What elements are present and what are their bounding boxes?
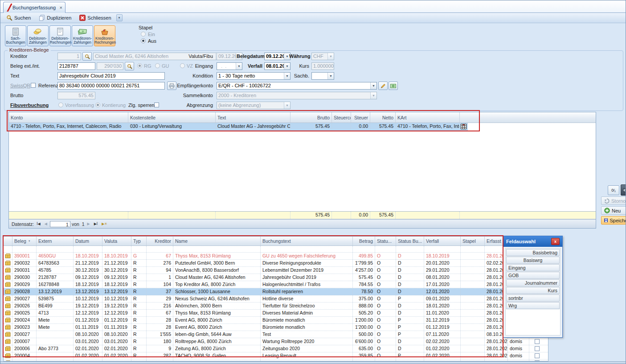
print-button[interactable] (167, 82, 176, 90)
mode-debitoren-rechnungen-button[interactable]: Debitoren- Rechnungen (49, 25, 71, 46)
header-cell[interactable]: Datum (74, 237, 102, 245)
header-cell[interactable]: Buchungstext (261, 237, 353, 245)
mode-sachbuchungen-button[interactable]: Sach- Buchungen (5, 25, 26, 46)
kontierung-radio[interactable] (95, 102, 100, 107)
header-cell[interactable]: Typ (131, 237, 147, 245)
field-chooser-item[interactable]: GOB (506, 272, 560, 279)
vorerfassung-radio[interactable] (58, 102, 63, 107)
row-checkbox[interactable] (535, 353, 540, 358)
journal-row[interactable]: 290024Miete01.12.201901.12.2019R28Event … (4, 317, 548, 324)
text-input[interactable]: Jahresgebühr Cloud 2019 (57, 72, 165, 80)
kreditor-search-button[interactable] (82, 52, 92, 61)
edit-account-button[interactable] (378, 82, 388, 90)
field-chooser-item[interactable]: Kurs (506, 287, 560, 294)
sachb-select[interactable]: ▼ (311, 72, 334, 80)
field-chooser-item[interactable]: Wrg (506, 302, 560, 309)
chevron-down-icon[interactable]: ▼ (327, 73, 334, 79)
chevron-down-icon[interactable]: ▼ (284, 73, 290, 79)
header-cell[interactable]: Beleg▼ (12, 237, 37, 245)
journal-row[interactable]: 29002753987510.12.201910.12.2019R29Nexus… (4, 295, 548, 303)
referenz-input[interactable]: 80 36340 00000 00000 00021 26751 (57, 82, 165, 90)
next-record-button[interactable]: ▶ (86, 222, 91, 226)
header-cell[interactable]: Kreditor (147, 237, 173, 245)
swissqr-checkbox[interactable] (31, 83, 36, 88)
header-cell[interactable]: Steuer (351, 112, 370, 123)
chevron-down-icon[interactable]: ▼ (370, 82, 376, 89)
header-cell[interactable]: Status Bu... (396, 237, 424, 245)
toolbar-overflow-button[interactable]: ▾ (116, 14, 123, 21)
rg-radio[interactable] (137, 63, 142, 68)
close-button[interactable]: Schliessen (76, 14, 114, 22)
duplicate-button[interactable]: Duplizieren (36, 14, 74, 22)
journal-row[interactable]: 290025471312.12.201912.12.2019R67Thyss M… (4, 310, 548, 317)
journal-row[interactable]: 200006Abo 377302.01.202002.01.2020R9Zeit… (4, 345, 548, 352)
header-cell[interactable]: Konto (9, 112, 128, 123)
chevron-down-icon[interactable]: ▼ (284, 102, 290, 109)
journal-row[interactable]: 2900291627884818.12.201918.12.2019R104To… (4, 281, 548, 288)
mode-kreditoren-rechnungen-button[interactable]: Kreditoren- Rechnungen (94, 25, 115, 46)
popup-titlebar[interactable]: Feldauswahl x (503, 236, 562, 247)
header-cell[interactable]: Statu... (375, 237, 396, 245)
new-record-button[interactable]: ▶✳ (100, 222, 109, 226)
stapel-ein-radio[interactable] (141, 32, 146, 37)
kondition-select[interactable]: 1 - 30 Tage netto▼ (217, 72, 290, 80)
empfaengerkonto-select[interactable]: E/QR - CHF - 10026722▼ (217, 82, 377, 90)
row-checkbox[interactable] (535, 339, 540, 344)
journal-row[interactable]: 20000703.01.202003.01.2020R180Rolltreppe… (4, 338, 548, 345)
mode-debitoren-zahlungen-button[interactable]: Debitoren- Zahlungen (27, 25, 49, 46)
header-cell[interactable]: Verfall (424, 237, 461, 245)
header-cell[interactable]: Valuta (102, 237, 131, 245)
gu-radio[interactable] (155, 63, 160, 68)
header-cell[interactable]: Kostenstelle (128, 112, 216, 123)
journal-row[interactable]: 290026BE49919.12.201919.12.2019R216Ahörn… (4, 303, 548, 310)
belegdatum-field[interactable]: 09.12.2019▼ (264, 53, 290, 60)
zero-amounts-button[interactable]: 0⁄₁ (608, 185, 619, 195)
journal-row[interactable]: 29002813.12.201913.12.201913.12.2019R37S… (4, 288, 548, 295)
chevron-down-icon[interactable]: ▼ (370, 92, 376, 99)
beleg-search-button[interactable] (125, 62, 134, 70)
row-checkbox[interactable] (535, 346, 540, 351)
header-cell[interactable]: Steuercode (332, 112, 351, 123)
stapel-aus-radio[interactable] (141, 38, 146, 43)
swissqr-label[interactable]: SwissQR (10, 83, 30, 88)
header-cell[interactable]: KArt (396, 112, 460, 123)
neu-button[interactable]: Neu (601, 206, 626, 215)
search-button[interactable]: Suchen (3, 14, 34, 22)
popup-close-button[interactable]: x (551, 238, 560, 245)
last-record-button[interactable]: ▶Ⅰ (93, 222, 99, 226)
journal-row[interactable]: 2900314578530.12.201930.12.2019R94VonAna… (4, 267, 548, 274)
mode-kreditoren-zahlungen-button[interactable]: Kreditoren- Zahlungen (72, 25, 93, 46)
field-chooser-item[interactable]: Journalnummer (506, 279, 560, 286)
header-cell[interactable]: Extern (37, 237, 74, 245)
record-position-input[interactable]: 1 (50, 221, 70, 227)
journal-row[interactable]: 2900326478356321.12.201921.12.2019R276Pu… (4, 260, 548, 267)
header-cell[interactable]: Name (173, 237, 261, 245)
prev-record-button[interactable]: ◀ (43, 222, 49, 226)
field-chooser-item[interactable]: sortnbr (506, 294, 560, 302)
header-cell[interactable]: Text (216, 112, 290, 123)
journal-row[interactable]: 290030212878709.12.201909.12.2019R1Cloud… (4, 274, 548, 281)
field-chooser-item[interactable]: Basisbetrag (506, 249, 560, 256)
header-cell[interactable] (4, 237, 12, 245)
chevron-down-icon[interactable]: ▼ (327, 53, 334, 60)
journal-row[interactable]: 290023Miete01.11.201901.11.2019R28Event … (4, 324, 548, 331)
storno-button[interactable]: Storno (601, 196, 626, 205)
verfall-field[interactable]: 08.01.2020▼ (264, 62, 290, 70)
header-cell[interactable]: Netto (370, 112, 396, 123)
header-cell[interactable]: Stapel (461, 237, 485, 245)
journal-row[interactable]: 20002708.10.202008.10.2020R1'555leben-di… (4, 331, 548, 338)
speichern-button[interactable]: Speichern (601, 216, 626, 225)
scan-button[interactable] (621, 184, 626, 196)
payment-account-button[interactable] (389, 82, 398, 90)
vz-radio[interactable] (180, 63, 185, 68)
horizontal-scrollbar[interactable] (0, 361, 626, 364)
first-record-button[interactable]: Ⅰ◀ (35, 222, 42, 226)
field-chooser-item[interactable]: Eingang (506, 264, 560, 271)
journal-row[interactable]: 20000401.02.202001.02.2020R287TACHO, 900… (4, 352, 548, 360)
header-cell[interactable]: Betrag (353, 237, 375, 245)
zlg-sperren-checkbox[interactable] (154, 102, 159, 107)
beleg-ext-input[interactable]: 2128787 (57, 62, 95, 70)
tab-close-icon[interactable]: × (60, 5, 62, 10)
field-chooser-item[interactable]: Basiswrg (506, 257, 560, 264)
header-cell[interactable]: Brutto (290, 112, 332, 123)
